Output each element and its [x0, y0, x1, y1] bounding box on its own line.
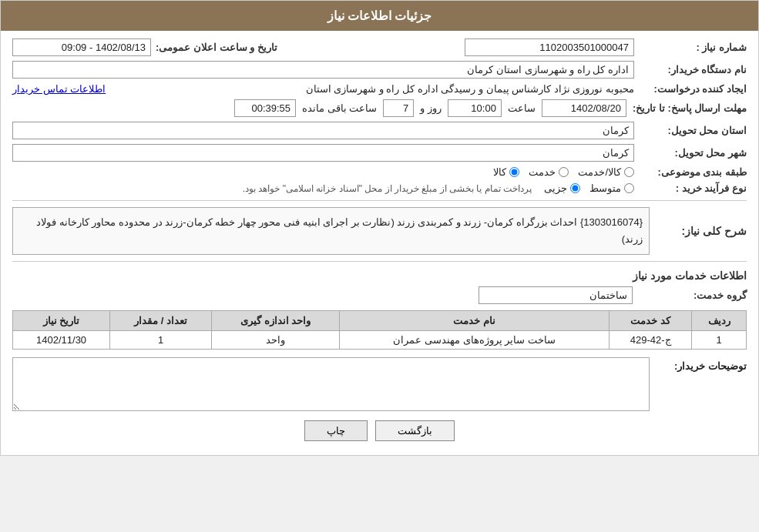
remaining-label: ساعت باقی مانده [302, 102, 377, 114]
time-value: 10:00 [448, 99, 502, 117]
buyer-desc-section: توضیحات خریدار: [12, 357, 747, 411]
service-group-label: گروه خدمت: [639, 289, 747, 301]
city-value: کرمان [12, 144, 634, 162]
send-date-row: مهلت ارسال پاسخ: تا تاریخ: 1402/08/20 سا… [12, 99, 747, 117]
buyer-org-label: نام دستگاه خریدار: [639, 64, 747, 75]
process-label: نوع فرآیند خرید : [639, 182, 747, 194]
col-date: تاریخ نیاز [13, 311, 110, 331]
table-row: 1 ج-42-429 ساخت سایر پروژه‌های مهندسی عم… [13, 331, 747, 350]
send-date-label: مهلت ارسال پاسخ: تا تاریخ: [633, 102, 747, 114]
cell-qty: 1 [110, 331, 212, 350]
col-name: نام خدمت [340, 311, 610, 331]
creator-row: ایجاد کننده درخواست: محبوبه نوروزی نژاد … [12, 83, 747, 95]
process-radio-group: متوسط جزیی [544, 182, 634, 194]
cell-unit: واحد [212, 331, 340, 350]
announce-label: تاریخ و ساعت اعلان عمومی: [156, 42, 277, 53]
page-title: جزئیات اطلاعات نیاز [327, 9, 432, 22]
radio-motevaset-item: متوسط [589, 182, 634, 194]
radio-jezvi[interactable] [570, 183, 580, 193]
cell-code: ج-42-429 [609, 331, 691, 350]
date-value: 1402/08/20 [542, 99, 626, 117]
category-row: طبقه بندی موضوعی: کالا/خدمت خدمت کالا [12, 166, 747, 178]
need-number-row: شماره نیاز : 1102003501000047 تاریخ و سا… [12, 38, 747, 56]
page-wrapper: جزئیات اطلاعات نیاز شماره نیاز : 1102003… [0, 0, 759, 456]
radio-motevaset[interactable] [624, 183, 634, 193]
creator-label: ایجاد کننده درخواست: [639, 83, 747, 95]
col-code: کد خدمت [609, 311, 691, 331]
days-value: 7 [383, 99, 414, 117]
cell-date: 1402/11/30 [13, 331, 110, 350]
buyer-desc-textarea[interactable] [12, 357, 650, 411]
services-table: ردیف کد خدمت نام خدمت واحد اندازه گیری ت… [12, 310, 747, 350]
page-header: جزئیات اطلاعات نیاز [1, 1, 758, 31]
need-desc-value: {1303016074} احداث بزرگراه کرمان- زرند و… [12, 207, 650, 255]
radio-kala-khadamat-item: کالا/خدمت [578, 166, 634, 178]
radio-khadamat[interactable] [559, 167, 569, 177]
remaining-value: 00:39:55 [234, 99, 296, 117]
col-qty: تعداد / مقدار [110, 311, 212, 331]
cell-row: 1 [692, 331, 747, 350]
buyer-desc-label: توضیحات خریدار: [654, 357, 747, 372]
need-number-label: شماره نیاز : [639, 42, 747, 53]
service-group-row: گروه خدمت: ساختمان [12, 286, 747, 304]
radio-jezvi-item: جزیی [544, 182, 580, 194]
buyer-org-value: اداره کل راه و شهرسازی استان کرمان [12, 61, 634, 79]
radio-kala-item: کالا [493, 166, 519, 178]
service-info-title: اطلاعات خدمات مورد نیاز [12, 269, 747, 282]
radio-kala-label: کالا [493, 166, 506, 178]
creator-value: محبوبه نوروزی نژاد کارشناس پیمان و رسیدگ… [115, 83, 634, 95]
need-number-value: 1102003501000047 [465, 38, 634, 56]
radio-kala-khadamat[interactable] [624, 167, 634, 177]
radio-khadamat-item: خدمت [529, 166, 569, 178]
process-row: نوع فرآیند خرید : متوسط جزیی پرداخت تمام… [12, 182, 747, 194]
table-header-row: ردیف کد خدمت نام خدمت واحد اندازه گیری ت… [13, 311, 747, 331]
radio-kala-khadamat-label: کالا/خدمت [578, 166, 621, 178]
radio-jezvi-label: جزیی [544, 182, 567, 194]
process-note: پرداخت تمام یا بخشی از مبلغ خریدار از مح… [243, 183, 532, 194]
col-row: ردیف [692, 311, 747, 331]
radio-khadamat-label: خدمت [529, 166, 556, 178]
province-row: استان محل تحویل: کرمان [12, 122, 747, 139]
category-label: طبقه بندی موضوعی: [639, 166, 747, 178]
cell-name: ساخت سایر پروژه‌های مهندسی عمران [340, 331, 610, 350]
city-row: شهر محل تحویل: کرمان [12, 144, 747, 162]
divider1 [12, 200, 747, 201]
service-group-value: ساختمان [479, 286, 633, 304]
category-radio-group: کالا/خدمت خدمت کالا [493, 166, 634, 178]
city-label: شهر محل تحویل: [639, 147, 747, 159]
back-button[interactable]: بازگشت [375, 420, 455, 441]
days-label: روز و [420, 102, 442, 114]
announce-value: 1402/08/13 - 09:09 [12, 38, 151, 56]
buttons-row: بازگشت چاپ [12, 420, 747, 441]
radio-kala[interactable] [509, 167, 519, 177]
print-button[interactable]: چاپ [304, 420, 368, 441]
province-value: کرمان [12, 122, 634, 139]
creator-link[interactable]: اطلاعات تماس خریدار [12, 83, 106, 95]
divider2 [12, 261, 747, 262]
content: شماره نیاز : 1102003501000047 تاریخ و سا… [1, 31, 758, 455]
buyer-org-row: نام دستگاه خریدار: اداره کل راه و شهرساز… [12, 61, 747, 79]
province-label: استان محل تحویل: [639, 125, 747, 136]
time-label: ساعت [508, 102, 536, 114]
col-unit: واحد اندازه گیری [212, 311, 340, 331]
need-desc-row: شرح کلی نیاز: {1303016074} احداث بزرگراه… [12, 207, 747, 255]
need-desc-label: شرح کلی نیاز: [654, 225, 747, 237]
radio-motevaset-label: متوسط [589, 182, 621, 194]
